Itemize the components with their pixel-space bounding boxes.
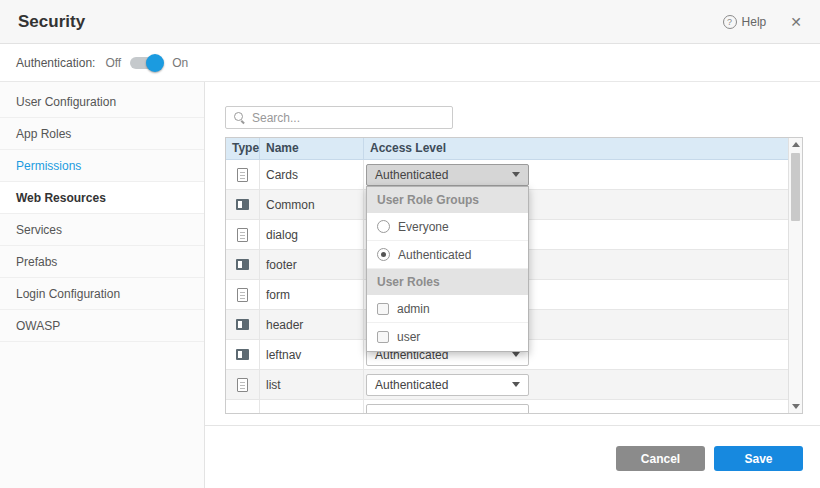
help-label: Help <box>742 15 767 29</box>
sidebar-item-login-configuration[interactable]: Login Configuration <box>0 278 204 310</box>
option-label: Everyone <box>398 220 449 234</box>
cancel-button[interactable]: Cancel <box>616 446 705 471</box>
table-row-partial <box>226 400 788 413</box>
radio-selected-icon[interactable] <box>377 248 390 261</box>
sidebar-item-web-resources[interactable]: Web Resources <box>0 182 204 214</box>
body: User Configuration App Roles Permissions… <box>0 82 820 488</box>
dropdown-value: Authenticated <box>375 168 448 182</box>
layout-icon <box>236 199 249 210</box>
type-cell <box>226 280 260 309</box>
caret-down-icon <box>512 172 520 177</box>
column-header-type: Type <box>226 138 260 159</box>
sidebar-item-permissions[interactable]: Permissions <box>0 150 204 182</box>
footer-actions: Cancel Save <box>616 446 803 471</box>
title-bar: Security ? Help ✕ <box>0 0 820 44</box>
option-admin[interactable]: admin <box>367 295 528 323</box>
column-header-name: Name <box>260 138 364 159</box>
name-cell: list <box>260 370 364 399</box>
access-level-popup: User Role Groups Everyone Authenticated … <box>366 186 529 352</box>
access-level-dropdown[interactable]: Authenticated <box>366 164 529 186</box>
table-viewport: Type Name Access Level Cards Authenticat… <box>226 138 788 413</box>
user-roles-header: User Roles <box>367 269 528 295</box>
caret-down-icon <box>512 382 520 387</box>
option-label: Authenticated <box>398 248 471 262</box>
page-title: Security <box>18 12 723 32</box>
type-cell <box>226 190 260 219</box>
option-authenticated[interactable]: Authenticated <box>367 241 528 269</box>
column-header-access-level: Access Level <box>364 138 788 159</box>
layout-icon <box>236 259 249 270</box>
name-cell <box>260 400 364 413</box>
save-button[interactable]: Save <box>714 446 803 471</box>
authentication-toggle[interactable] <box>130 57 160 69</box>
checkbox-icon[interactable] <box>377 331 389 343</box>
table-row-list: list Authenticated <box>226 370 788 400</box>
access-level-dropdown[interactable] <box>366 404 529 414</box>
resources-table: Type Name Access Level Cards Authenticat… <box>225 137 803 414</box>
type-cell <box>226 250 260 279</box>
type-cell <box>226 400 260 413</box>
type-cell <box>226 370 260 399</box>
search-input[interactable] <box>252 111 444 125</box>
access-cell: Authenticated <box>364 160 788 189</box>
help-button[interactable]: ? Help <box>723 15 767 29</box>
layout-icon <box>236 349 249 360</box>
help-icon: ? <box>723 15 737 29</box>
layout-icon <box>236 319 249 330</box>
name-cell: Cards <box>260 160 364 189</box>
main-panel: Type Name Access Level Cards Authenticat… <box>205 82 820 488</box>
type-cell <box>226 160 260 189</box>
triangle-down-icon <box>792 404 800 409</box>
name-cell: Common <box>260 190 364 219</box>
name-cell: dialog <box>260 220 364 249</box>
sidebar-item-owasp[interactable]: OWASP <box>0 310 204 342</box>
scroll-down-arrow[interactable] <box>789 400 802 413</box>
option-label: user <box>397 330 420 344</box>
access-level-dropdown[interactable]: Authenticated <box>366 374 529 396</box>
user-role-groups-header: User Role Groups <box>367 187 528 213</box>
page-icon <box>237 168 248 182</box>
search-box <box>225 106 453 129</box>
option-label: admin <box>397 302 430 316</box>
toggle-off-label: Off <box>105 56 121 70</box>
scroll-up-arrow[interactable] <box>789 138 802 151</box>
name-cell: form <box>260 280 364 309</box>
dropdown-value: Authenticated <box>375 378 448 392</box>
checkbox-icon[interactable] <box>377 303 389 315</box>
sidebar-item-app-roles[interactable]: App Roles <box>0 118 204 150</box>
caret-down-icon <box>512 352 520 357</box>
toggle-knob <box>146 54 164 72</box>
radio-unselected-icon[interactable] <box>377 220 390 233</box>
page-icon <box>237 288 248 302</box>
name-cell: leftnav <box>260 340 364 369</box>
footer-divider <box>205 425 820 426</box>
sidebar: User Configuration App Roles Permissions… <box>0 82 205 488</box>
type-cell <box>226 340 260 369</box>
name-cell: header <box>260 310 364 339</box>
name-cell: footer <box>260 250 364 279</box>
toggle-on-label: On <box>172 56 188 70</box>
option-user[interactable]: user <box>367 323 528 351</box>
authentication-bar: Authentication: Off On <box>0 44 820 82</box>
authentication-label: Authentication: <box>16 56 95 70</box>
page-icon <box>237 378 248 392</box>
close-icon[interactable]: ✕ <box>790 15 802 29</box>
search-icon <box>234 112 245 123</box>
table-header: Type Name Access Level <box>226 138 788 160</box>
sidebar-item-services[interactable]: Services <box>0 214 204 246</box>
page-icon <box>237 228 248 242</box>
type-cell <box>226 220 260 249</box>
triangle-up-icon <box>792 142 800 147</box>
security-dialog: Security ? Help ✕ Authentication: Off On… <box>0 0 820 488</box>
table-scrollbar[interactable] <box>788 138 802 413</box>
sidebar-item-prefabs[interactable]: Prefabs <box>0 246 204 278</box>
access-cell: Authenticated <box>364 370 788 399</box>
scrollbar-thumb[interactable] <box>791 153 800 221</box>
type-cell <box>226 310 260 339</box>
access-cell <box>364 400 788 413</box>
sidebar-item-user-configuration[interactable]: User Configuration <box>0 86 204 118</box>
option-everyone[interactable]: Everyone <box>367 213 528 241</box>
